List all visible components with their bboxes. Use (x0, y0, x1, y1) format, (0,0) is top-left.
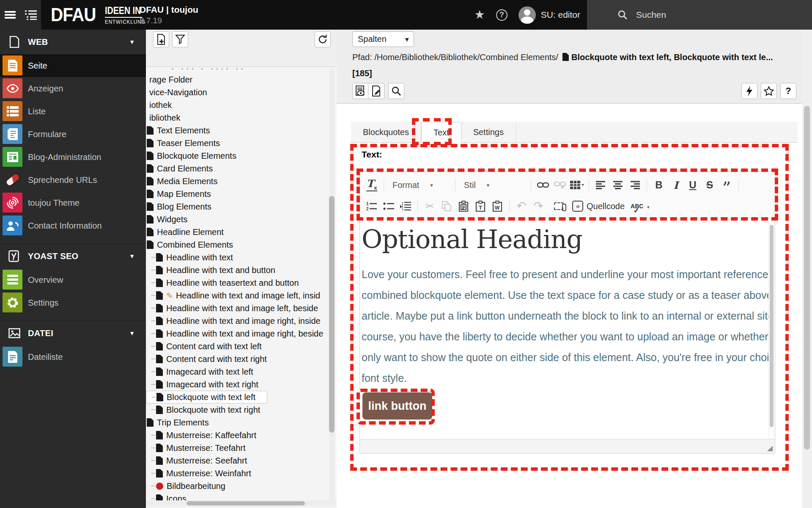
tree-item[interactable]: Headline with text (146, 251, 337, 264)
tree-item[interactable]: Bildbearbeitung (146, 480, 337, 492)
resize-handle[interactable] (767, 446, 773, 451)
align-left-icon[interactable] (593, 177, 609, 193)
lightning-icon[interactable] (741, 83, 757, 99)
refresh-icon[interactable] (315, 31, 331, 47)
tree-item[interactable]: Media Elements (146, 175, 337, 188)
redo-icon[interactable]: ↷ (531, 198, 546, 214)
sidebar-item-contact-information[interactable]: Contact Information (0, 214, 146, 237)
help-icon[interactable]: ? (780, 83, 796, 99)
hamburger-icon[interactable] (1, 0, 19, 30)
tree-item[interactable]: Card Elements (146, 162, 337, 175)
align-right-icon[interactable] (627, 177, 642, 193)
tree-item[interactable]: Headline with teasertext and button (146, 276, 337, 289)
editor-paragraph[interactable]: Love your customers. Feel free to presen… (362, 264, 762, 389)
tree-item[interactable]: Headline with text and image right, insi… (146, 315, 337, 327)
view-webpage-icon[interactable] (352, 83, 368, 99)
tree-item[interactable]: Musterreise: Kaffeefahrt (146, 429, 337, 442)
main-scrollbar-track[interactable] (802, 30, 812, 508)
tree-item[interactable]: Blockquote with text right (146, 403, 337, 416)
favorites-star-icon[interactable]: ★ (475, 9, 485, 21)
tree-item[interactable]: Imagecard with text left (146, 365, 337, 378)
unordered-list-icon[interactable] (381, 198, 396, 214)
tree-item[interactable]: Headline with text and button (146, 264, 337, 276)
indent-icon[interactable] (398, 198, 413, 214)
tree-item[interactable]: iothek (146, 99, 337, 111)
tree-item[interactable]: Map Elements (146, 188, 337, 200)
tree-item[interactable]: ✎ Headline with text and image left, ins… (146, 289, 337, 302)
tree-item[interactable]: Trip Elements (146, 416, 337, 429)
sidebar-item-formulare[interactable]: Formulare (0, 123, 146, 146)
tree-item[interactable]: Blog Elements (146, 200, 337, 213)
blockquote-icon[interactable]: ” (719, 177, 734, 193)
paste-text-icon[interactable]: T (473, 198, 488, 214)
sidebar-item-anzeigen[interactable]: Anzeigen (0, 77, 146, 100)
paste-word-icon[interactable]: W (490, 198, 505, 214)
sidebar-item-liste[interactable]: Liste (0, 100, 146, 123)
sidebar-item-dateiliste[interactable]: Dateiliste (0, 345, 146, 368)
undo-icon[interactable]: ↶ (514, 198, 529, 214)
star-outline-icon[interactable] (761, 83, 777, 99)
spellcheck-icon[interactable]: ABC✓▾ (631, 198, 648, 214)
help-icon[interactable]: ? (496, 9, 508, 21)
sidebar-item-sprechende-urls[interactable]: Sprechende URLs (0, 168, 146, 191)
tree-item[interactable]: Text Elements (146, 124, 337, 137)
tree-item[interactable]: Musterreise: Teefahrt (146, 442, 337, 454)
tree-item[interactable]: Musterreise: Seefahrt (146, 454, 337, 467)
paste-icon[interactable] (456, 198, 471, 214)
italic-icon[interactable]: I (668, 177, 683, 193)
ordered-list-icon[interactable]: 12 (364, 198, 379, 214)
tree-item[interactable]: Blockquote Elements (146, 149, 337, 162)
tree-item[interactable]: Content card with text left (146, 340, 337, 353)
align-center-icon[interactable] (610, 177, 625, 193)
format-dropdown[interactable]: Format▾ (388, 177, 451, 193)
tab-text[interactable]: Text (421, 122, 461, 143)
style-dropdown[interactable]: Stil▾ (460, 177, 527, 193)
tree-item[interactable]: Widgets (146, 213, 337, 226)
layout-select[interactable]: Spalten ▾ (352, 31, 414, 47)
tree-item[interactable]: Combined Elements (146, 238, 337, 251)
tab-settings[interactable]: Settings (461, 122, 516, 143)
link-button[interactable]: link button (362, 392, 432, 420)
new-page-icon[interactable] (153, 31, 169, 47)
tree-item[interactable]: ibliothek (146, 111, 337, 124)
remove-format-icon[interactable]: Tx (364, 177, 379, 193)
pagetree-toggle-icon[interactable] (22, 0, 40, 30)
sidebar-item-blog-administration[interactable]: Blog-Administration (0, 146, 146, 168)
copy-icon[interactable] (439, 198, 454, 214)
tree-item[interactable]: Headline with text and image left, besid… (146, 302, 337, 315)
tree-vertical-scrollbar-thumb[interactable] (329, 196, 335, 433)
tree-item[interactable]: Teaser Elements (146, 137, 337, 149)
show-blocks-icon[interactable] (551, 198, 566, 214)
tree-item[interactable]: Blockquote with text left (146, 391, 267, 403)
sidebar-item-settings[interactable]: Settings (0, 291, 146, 314)
chevron-down-icon[interactable]: ▼ (129, 39, 135, 45)
sidebar-item-seite[interactable]: Seite (0, 54, 146, 77)
chevron-down-icon[interactable]: ▼ (129, 253, 135, 260)
user-menu[interactable]: SU: editor (518, 6, 580, 24)
tree-item[interactable]: Headline with text and image right, besi… (146, 327, 337, 340)
chevron-down-icon[interactable]: ▼ (129, 330, 135, 337)
tree-item[interactable]: rage Folder (146, 73, 337, 86)
bold-icon[interactable]: B (651, 177, 667, 193)
section-datei[interactable]: DATEI ▼ (0, 321, 146, 345)
sidebar-item-toujou-theme[interactable]: toujou Theme (0, 191, 146, 214)
section-yoast-seo[interactable]: YOAST SEO ▼ (0, 244, 146, 268)
tree-item[interactable]: vice-Navigation (146, 86, 337, 99)
filter-icon[interactable] (172, 31, 188, 47)
strikethrough-icon[interactable]: S (702, 177, 717, 193)
tree-item[interactable]: Imagecard with text right (146, 378, 337, 391)
tree-item[interactable]: Musterreise: Weinfahrt (146, 467, 337, 480)
main-scrollbar-thumb[interactable] (804, 106, 810, 450)
sidebar-item-overview[interactable]: Overview (0, 268, 146, 291)
editor-heading[interactable]: Optional Heading (362, 224, 762, 254)
tab-blockquotes[interactable]: Blockquotes (351, 122, 421, 143)
tree-item[interactable]: Headline Element (146, 226, 337, 238)
editor-scrollbar-thumb[interactable] (770, 225, 774, 427)
section-web[interactable]: WEB ▼ (0, 30, 146, 54)
search-icon[interactable] (388, 83, 404, 99)
topbar-search[interactable]: Suchen (587, 0, 812, 30)
source-icon[interactable]: ‹› Quellcode (571, 198, 626, 214)
unlink-icon[interactable] (552, 177, 568, 193)
cut-icon[interactable]: ✂ (422, 198, 437, 214)
link-icon[interactable] (535, 177, 551, 193)
